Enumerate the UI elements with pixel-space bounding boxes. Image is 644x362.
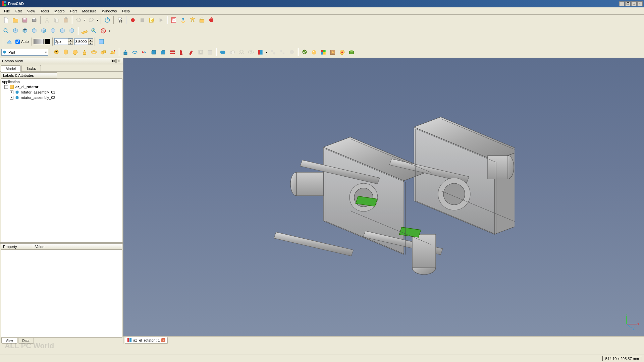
- sweep-button[interactable]: [186, 48, 196, 57]
- macro-run-button[interactable]: [156, 15, 166, 25]
- auto-checkbox[interactable]: Auto: [14, 40, 30, 44]
- extrude-up-button[interactable]: [178, 15, 188, 25]
- undock-panel-button[interactable]: ◧: [111, 59, 116, 63]
- undo-button[interactable]: [74, 15, 83, 25]
- cut-button[interactable]: [42, 15, 52, 25]
- line-color-well[interactable]: [45, 39, 50, 44]
- print-button[interactable]: [30, 15, 39, 25]
- zoom-fit-button[interactable]: [1, 26, 11, 36]
- line-width-input[interactable]: [55, 40, 68, 44]
- check-geometry-button[interactable]: [300, 48, 309, 57]
- navigation-cube[interactable]: x z y: [624, 314, 640, 330]
- boolean-fuse-button[interactable]: [218, 48, 227, 57]
- labels-attributes-header[interactable]: Labels & Attributes: [1, 72, 57, 78]
- zoom-selection-button[interactable]: [89, 26, 99, 36]
- restore-button[interactable]: ❐: [625, 1, 631, 6]
- draw-style-dropdown[interactable]: ▼: [108, 26, 111, 36]
- apply-style-button[interactable]: [97, 37, 106, 46]
- tree-expander[interactable]: +: [10, 90, 13, 94]
- property-col-header[interactable]: Property: [1, 244, 33, 249]
- compound-dropdown[interactable]: ▼: [265, 48, 268, 57]
- explode-button[interactable]: [278, 48, 287, 57]
- menu-file[interactable]: File: [1, 8, 13, 14]
- draw-style-button[interactable]: [5, 37, 14, 46]
- menu-part[interactable]: Part: [67, 8, 79, 14]
- tree-expander[interactable]: −: [4, 85, 8, 89]
- attachment-button[interactable]: [347, 48, 356, 57]
- boolean-common-button[interactable]: [237, 48, 246, 57]
- macro-record-button[interactable]: [128, 15, 138, 25]
- tab-model[interactable]: Model: [1, 65, 21, 72]
- menu-measure[interactable]: Measure: [79, 8, 99, 14]
- revolve-button[interactable]: [130, 48, 140, 57]
- thickness-button[interactable]: [205, 48, 215, 57]
- convert-button[interactable]: [328, 48, 337, 57]
- torus-button[interactable]: [89, 48, 99, 57]
- color-per-face-button[interactable]: [319, 48, 328, 57]
- tab-tasks[interactable]: Tasks: [21, 65, 41, 71]
- new-file-button[interactable]: [1, 15, 11, 25]
- redo-button[interactable]: [87, 15, 96, 25]
- tree-item-label[interactable]: rotator_assembly_02: [21, 96, 55, 100]
- face-color-well[interactable]: [34, 39, 44, 44]
- tree-expander[interactable]: +: [10, 96, 13, 100]
- view-rear-button[interactable]: [48, 26, 58, 36]
- ruled-surface-button[interactable]: [168, 48, 177, 57]
- cone-button[interactable]: [80, 48, 89, 57]
- property-body[interactable]: [1, 250, 122, 337]
- boolean-cut-button[interactable]: [227, 48, 237, 57]
- view-bottom-button[interactable]: [58, 26, 67, 36]
- document-tab[interactable]: az_el_rotator : 1 ×: [125, 337, 168, 344]
- model-tree[interactable]: Application − az_el_rotator + rotator_as…: [1, 78, 122, 242]
- loft-button[interactable]: [177, 48, 186, 57]
- view-right-button[interactable]: [39, 26, 48, 36]
- value-col-header[interactable]: Value: [33, 244, 122, 249]
- undo-history-dropdown[interactable]: ▼: [83, 15, 87, 25]
- macro-stop-button[interactable]: [138, 15, 147, 25]
- menu-macro[interactable]: Macro: [52, 8, 67, 14]
- line-size-input[interactable]: [75, 40, 88, 44]
- view-top-button[interactable]: [30, 26, 39, 36]
- spin-up[interactable]: ▲: [88, 39, 93, 42]
- no-entry-button[interactable]: [99, 26, 108, 36]
- page-button[interactable]: [169, 15, 178, 25]
- spin-down[interactable]: ▼: [88, 42, 93, 45]
- macro-edit-button[interactable]: [147, 15, 156, 25]
- refine-button[interactable]: [337, 48, 347, 57]
- cylinder-button[interactable]: [61, 48, 70, 57]
- menu-windows[interactable]: Windows: [99, 8, 120, 14]
- menu-view[interactable]: View: [24, 8, 38, 14]
- maximize-button[interactable]: □: [631, 1, 637, 6]
- fillet-button[interactable]: [149, 48, 158, 57]
- redo-history-dropdown[interactable]: ▼: [96, 15, 99, 25]
- spin-down[interactable]: ▼: [68, 42, 73, 45]
- close-document-tab[interactable]: ×: [161, 338, 165, 342]
- save-button[interactable]: [20, 15, 30, 25]
- line-size-spinner[interactable]: ▲▼: [74, 38, 93, 45]
- layers-button[interactable]: [188, 15, 197, 25]
- measure-button[interactable]: [80, 26, 89, 36]
- close-panel-button[interactable]: ×: [116, 59, 121, 63]
- line-width-spinner[interactable]: ▲▼: [54, 38, 73, 45]
- reload-button[interactable]: [207, 15, 216, 25]
- open-file-button[interactable]: [11, 15, 20, 25]
- offset-button[interactable]: [196, 48, 205, 57]
- menu-help[interactable]: Help: [119, 8, 132, 14]
- spin-up[interactable]: ▲: [68, 39, 73, 42]
- paste-button[interactable]: [61, 15, 70, 25]
- filter-button[interactable]: [287, 48, 297, 57]
- project-button[interactable]: [197, 15, 207, 25]
- appearance-button[interactable]: [309, 48, 319, 57]
- auto-checkbox-input[interactable]: [15, 40, 20, 44]
- tree-item-label[interactable]: rotator_assembly_01: [21, 90, 55, 94]
- workbench-selector[interactable]: Part ▼: [1, 49, 48, 56]
- tree-root-label[interactable]: Application: [2, 80, 20, 84]
- whats-this-button[interactable]: ?: [115, 15, 125, 25]
- cross-sections-button[interactable]: [256, 48, 265, 57]
- sphere-button[interactable]: [70, 48, 80, 57]
- tree-document-label[interactable]: az_el_rotator: [15, 85, 38, 89]
- close-button[interactable]: ×: [637, 1, 643, 6]
- primitives-button[interactable]: [99, 48, 108, 57]
- 3d-viewport[interactable]: x z y az_el_rotator : 1 ×: [123, 58, 644, 344]
- copy-button[interactable]: [52, 15, 61, 25]
